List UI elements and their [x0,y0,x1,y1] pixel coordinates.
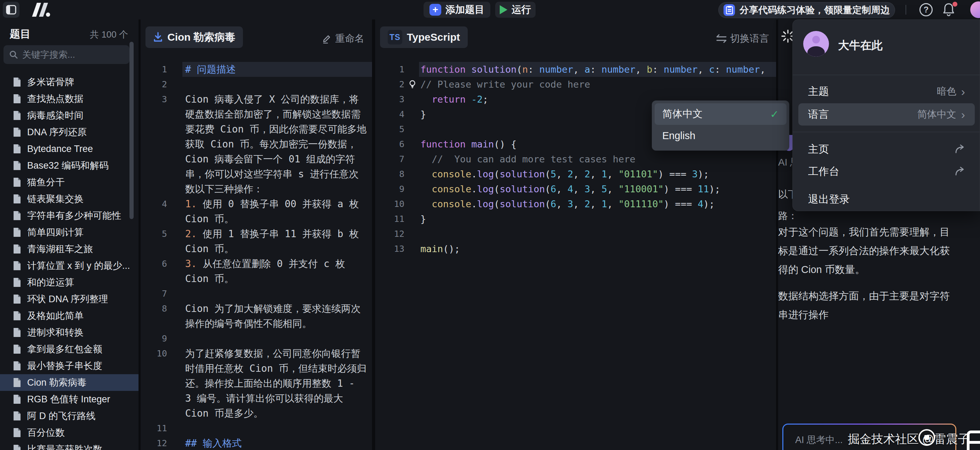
editor-line[interactable]: Cion 币。 [141,211,372,227]
editor-line[interactable]: 硬盘数据全部加密了，而解锁这些数据需 [141,107,372,122]
editor-line[interactable]: 10 console.log(solution(6, 3, 2, 1, "011… [375,196,776,211]
menu-item-logout[interactable]: 退出登录 [798,189,975,210]
editor-line[interactable]: 2 [141,77,372,92]
sidebar-item[interactable]: 最小替换子串长度 [0,358,138,374]
sidebar-item[interactable]: 百分位数 [0,424,138,441]
document-icon [13,77,22,87]
sidebar-item[interactable]: 简单四则计算 [0,224,138,241]
lightbulb-icon[interactable] [409,80,416,89]
problem-header: Cion 勒索病毒 重命名 [141,19,372,62]
editor-line[interactable]: Cion 币是多少。 [141,406,372,421]
sidebar-item[interactable]: 字符串有多少种可能性 [0,207,138,224]
editor-line[interactable]: 12## 输入格式 [141,436,372,450]
editor-line[interactable]: 操作的编号奇偶性不能相同。 [141,316,372,331]
editor-line[interactable]: 3Cion 病毒入侵了 X 公司的数据库，将 [141,92,372,107]
line-content: console.log(solution(6, 4, 3, 5, "110001… [420,184,721,194]
editor-line[interactable]: 8 console.log(solution(5, 2, 2, 1, "0110… [375,166,776,182]
language-tab[interactable]: TS TypeScript [380,27,468,48]
sidebar-collapse-button[interactable] [3,2,19,18]
user-avatar[interactable] [803,31,829,57]
editor-line[interactable]: 7 // You can add more test cases here [375,152,776,166]
editor-line[interactable]: 11} [375,211,776,227]
sidebar-item[interactable]: 比赛最高获胜次数 [0,441,138,450]
editor-line[interactable]: 串，你可以对这些字符串 s 进行任意次 [141,166,372,182]
editor-line[interactable]: 数以下三种操作： [141,182,372,196]
sidebar-item[interactable]: RGB 色值转 Integer [0,391,138,407]
sidebar-item[interactable]: 拿到最多红包金额 [0,341,138,358]
editor-line[interactable]: 41. 使用 0 替换子串 00 并获得 a 枚 [141,196,372,211]
sidebar-item[interactable]: Cion 勒索病毒 [0,374,138,391]
sidebar-item[interactable]: 多米诺骨牌 [0,74,138,90]
sidebar-item[interactable]: 阿 D 的飞行路线 [0,407,138,424]
menu-item-workspace[interactable]: 工作台 [798,161,975,182]
sidebar-item[interactable]: 计算位置 x 到 y 的最少... [0,257,138,274]
sidebar-item[interactable]: 查找热点数据 [0,90,138,107]
sidebar-item[interactable]: 及格如此简单 [0,307,138,324]
code-editor-panel: TS TypeScript 切换语言 1function solution(n:… [375,19,776,450]
editor-line[interactable]: 要花费 Cion 币，因此你需要尽可能多地 [141,122,372,137]
external-link-icon [955,144,965,154]
switch-language-button[interactable]: 切换语言 [716,32,769,45]
editor-line[interactable]: Cion 币。 [141,241,372,256]
editor-line[interactable]: 12 [375,227,776,241]
sidebar-item[interactable]: 猫鱼分干 [0,174,138,190]
sidebar-item[interactable]: 进制求和转换 [0,324,138,341]
sidebar-item[interactable]: 病毒感染时间 [0,107,138,124]
editor-line[interactable]: 7 [141,286,372,301]
search-input[interactable]: 关键字搜索... [3,45,129,64]
editor-line[interactable]: 9 console.log(solution(6, 4, 3, 5, "1100… [375,182,776,196]
editor-line[interactable]: 13main(); [375,241,776,256]
editor-line[interactable]: 获取 Cion 币。每次加密完一份数据， [141,137,372,152]
dropdown-option[interactable]: English [655,125,786,146]
line-content: } [420,109,426,120]
editor-line[interactable]: 2// Please write your code here [375,77,776,92]
problem-tab-label: Cion 勒索病毒 [167,30,235,44]
notifications-button[interactable] [942,2,957,17]
problem-tab[interactable]: Cion 勒索病毒 [145,27,243,48]
editor-line[interactable]: 11 [141,421,372,436]
dropdown-option[interactable]: 简体中文✓ [655,103,786,125]
sidebar-scrollbar[interactable] [129,42,134,219]
rename-button[interactable]: 重命名 [322,32,364,45]
line-number: 4 [141,199,167,209]
document-icon [13,127,22,137]
line-content: 3. 从任意位置删除 0 并支付 c 枚 [185,257,345,271]
app-logo[interactable] [30,3,51,17]
editor-line[interactable]: 时借用任意枚 Cion 币，但结束时必须归 [141,361,372,376]
topbar-avatar[interactable] [970,2,980,18]
menu-item-language[interactable]: 语言 简体中文› [798,103,975,125]
editor-line[interactable]: 9 [141,331,372,346]
editor-line[interactable]: Cion 病毒会留下一个 01 组成的字符 [141,152,372,166]
sidebar-item[interactable]: Base32 编码和解码 [0,157,138,174]
editor-line[interactable]: 还。操作按上面给出的顺序用整数 1 - [141,376,372,391]
sidebar-item[interactable]: 环状 DNA 序列整理 [0,291,138,307]
line-number: 10 [375,199,404,209]
editor-line[interactable]: 1function solution(n: number, a: number,… [375,62,776,77]
editor-line[interactable]: 52. 使用 1 替换子串 11 并获得 b 枚 [141,227,372,241]
sidebar-item[interactable]: Bytedance Tree [0,141,138,157]
editor-line[interactable]: Cion 币。 [141,271,372,286]
add-problem-label: 添加题目 [445,3,484,16]
editor-line[interactable]: 1# 问题描述 [141,62,372,77]
editor-line[interactable]: 63. 从任意位置删除 0 并支付 c 枚 [141,256,372,271]
line-content: function main() { [420,139,517,149]
sidebar-item[interactable]: 青海湖租车之旅 [0,241,138,257]
sidebar-item[interactable]: DNA 序列还原 [0,124,138,141]
sidebar-item[interactable]: 和的逆运算 [0,274,138,291]
line-number: 2 [141,79,167,89]
editor-line[interactable]: 8Cion 为了加大解锁难度，要求连续两次 [141,301,372,316]
add-problem-button[interactable]: + 添加题目 [423,2,490,18]
document-icon [13,144,22,154]
menu-item-theme[interactable]: 主题 暗色› [798,81,975,102]
sidebar-item[interactable]: 链表聚集交换 [0,190,138,207]
problem-editor-body[interactable]: 1# 问题描述23Cion 病毒入侵了 X 公司的数据库，将硬盘数据全部加密了，… [141,62,372,450]
menu-item-home[interactable]: 主页 [798,139,975,160]
corner-partial-glyph [967,431,980,450]
user-name: 大牛在此 [838,38,883,53]
promo-banner[interactable]: 分享代码练习体验，领限量定制周边 [718,2,895,18]
help-button[interactable]: ? [920,3,933,16]
editor-line[interactable]: 3 编号。请计算出你可以获得的最大 [141,391,372,406]
editor-line[interactable]: 10为了赶紧修复数据，公司同意你向银行暂 [141,346,372,361]
run-button[interactable]: 运行 [495,2,536,18]
sidebar-item-label: 计算位置 x 到 y 的最少... [27,260,130,272]
